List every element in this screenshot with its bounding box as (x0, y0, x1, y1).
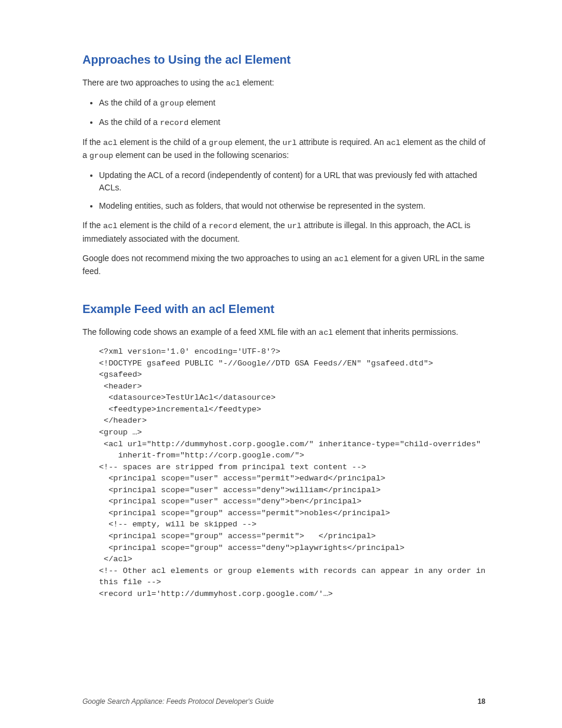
paragraph-recommendation: Google does not recommend mixing the two… (82, 252, 485, 278)
section-heading-approaches: Approaches to Using the acl Element (82, 51, 485, 68)
code-url: url (283, 139, 297, 147)
text: There are two approaches to using the (82, 78, 226, 87)
code-group: group (209, 139, 233, 147)
text: element is the child of a (117, 220, 209, 230)
text: The following code shows an example of a… (82, 327, 319, 337)
page-footer: Google Search Appliance: Feeds Protocol … (82, 696, 485, 707)
text: element that inherits permissions. (333, 327, 458, 337)
code-group: group (90, 151, 114, 160)
text: Google does not recommend mixing the two… (82, 253, 334, 263)
list-item: As the child of a group element (99, 97, 485, 110)
text: attribute is required. An (297, 137, 386, 147)
code-acl: acl (103, 222, 117, 230)
code-record: record (209, 222, 237, 230)
intro-paragraph-1: There are two approaches to using the ac… (82, 77, 485, 90)
document-page: Approaches to Using the acl Element Ther… (0, 0, 562, 728)
text: element is the child of a (117, 137, 209, 147)
section-heading-example: Example Feed with an acl Element (82, 300, 485, 318)
code-block-xml: <?xml version='1.0' encoding='UTF-8'?> <… (99, 346, 485, 599)
code-acl: acl (226, 79, 240, 88)
text: If the (82, 220, 103, 230)
page-number: 18 (478, 696, 485, 707)
code-group: group (160, 99, 184, 108)
text: element, the (237, 220, 287, 230)
code-acl: acl (103, 139, 117, 147)
text: element (189, 117, 220, 127)
list-item: Modeling entities, such as folders, that… (99, 200, 485, 212)
text: element: (240, 78, 275, 87)
text: element can be used in the following sce… (113, 150, 289, 160)
paragraph-record-child: If the acl element is the child of a rec… (82, 219, 485, 245)
paragraph-group-child: If the acl element is the child of a gro… (82, 136, 485, 163)
text: As the child of a (99, 98, 160, 107)
list-item: Updating the ACL of a record (independen… (99, 169, 485, 194)
text: element (184, 98, 216, 107)
code-acl: acl (319, 328, 333, 337)
code-record: record (160, 118, 189, 127)
list-item: As the child of a record element (99, 116, 485, 129)
code-url: url (287, 222, 302, 230)
bullet-list-a: As the child of a group element As the c… (82, 97, 485, 129)
text: If the (82, 137, 103, 147)
code-acl: acl (334, 255, 348, 263)
footer-title: Google Search Appliance: Feeds Protocol … (82, 696, 274, 707)
text: As the child of a (99, 117, 160, 127)
bullet-list-b: Updating the ACL of a record (independen… (82, 169, 485, 212)
intro-paragraph-2: The following code shows an example of a… (82, 326, 485, 339)
code-acl: acl (386, 139, 401, 147)
section-example-feed: Example Feed with an acl Element The fol… (82, 300, 485, 600)
text: element, the (233, 137, 283, 147)
